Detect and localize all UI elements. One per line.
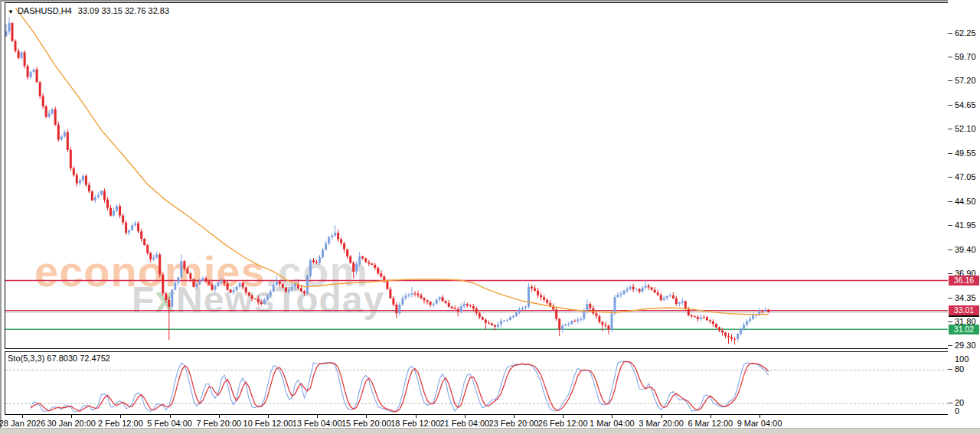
price-tick-label: 49.55 [955,149,976,158]
price-tick [948,345,952,346]
symbol-timeframe-label: DASHUSD,H4 [18,6,72,15]
price-tick-label: 34.35 [955,294,976,302]
price-tick-label: 57.20 [955,77,976,85]
time-tick [268,415,269,418]
time-tick-label: 30 Jan 20:00 [47,419,96,428]
stochastic-chart[interactable] [5,352,948,414]
price-level-badge: 36.16 [949,276,979,286]
time-tick [514,415,514,418]
price-tick [948,57,952,57]
symbol-dropdown-button[interactable]: ▼ [8,8,14,15]
price-tick [948,33,952,34]
price-tick [948,298,952,299]
time-tick-label: 5 Feb 04:00 [147,419,192,428]
time-tick [219,415,220,418]
indicator-tick [948,369,952,370]
price-level-badge: 31.02 [949,325,979,334]
price-tick-label: 52.10 [955,125,976,133]
time-tick-label: 3 Mar 20:00 [639,419,684,428]
time-tick [170,415,171,418]
price-tick-label: 59.70 [955,53,976,61]
price-tick [948,273,952,274]
time-tick-label: 2 Feb 12:00 [98,419,143,428]
time-tick [563,415,564,418]
price-tick [948,153,952,154]
time-tick [760,415,760,418]
time-tick [22,415,23,418]
time-tick-label: 10 Feb 12:00 [243,419,293,428]
price-tick-label: 41.95 [955,221,976,230]
chart-header: ▼DASHUSD,H433.09 33.15 32.76 32.83 [8,6,169,15]
price-axis[interactable]: 62.2559.7057.2054.6552.1049.5547.0544.50… [948,0,980,427]
time-tick-label: 28 Jan 2026 [0,419,45,428]
price-tick [948,177,952,178]
price-tick-label: 44.50 [955,197,976,206]
bear-candles [11,22,770,344]
time-tick-label: 21 Feb 04:00 [439,419,489,428]
time-tick [366,415,367,418]
time-tick-label: 6 Mar 12:00 [688,419,733,428]
indicator-scale-label: 0 [955,407,959,416]
time-tick [662,415,662,418]
indicator-scale-label: 80 [955,365,964,374]
ma-line [15,8,769,315]
time-tick-label: 13 Feb 04:00 [292,419,342,428]
price-tick [948,129,952,129]
indicator-scale-label: 100 [955,355,969,364]
time-tick [710,415,711,418]
time-tick [317,415,318,418]
time-tick-label: 9 Mar 04:00 [737,419,782,428]
main-chart-pane[interactable]: economies.com FxNewsToday ▼DASHUSD,H433.… [5,2,949,349]
indicator-pane[interactable]: Sto(5,3,3) 67.8030 72.4752 [5,351,949,415]
window-left-border [0,0,2,429]
time-tick-label: 15 Feb 20:00 [341,419,391,428]
price-tick-label: 29.30 [955,341,976,350]
price-tick [948,321,952,322]
ohlc-values: 33.09 33.15 32.76 32.83 [78,6,169,15]
bull-candles [5,18,766,342]
time-tick [71,415,72,418]
time-tick-label: 26 Feb 12:00 [538,419,588,428]
price-tick-label: 39.40 [955,246,976,254]
price-tick [948,80,952,81]
window-top-border [0,0,980,2]
time-tick-label: 23 Feb 20:00 [489,419,539,428]
mt4-chart-window: economies.com FxNewsToday ▼DASHUSD,H433.… [0,0,980,434]
stochastic-k-line [31,361,769,413]
price-tick [948,225,952,226]
time-tick [465,415,466,418]
time-axis[interactable]: 28 Jan 202630 Jan 20:002 Feb 12:005 Feb … [0,414,949,429]
price-tick [948,105,952,106]
time-tick-label: 7 Feb 20:00 [196,419,241,428]
price-tick [948,201,952,202]
time-tick-label: 1 Mar 04:00 [590,419,635,428]
candlestick-chart[interactable] [5,3,948,348]
time-tick [416,415,416,418]
price-level-badge: 33.01 [949,305,979,315]
price-tick-label: 47.05 [955,173,976,181]
price-tick-label: 62.25 [955,29,976,38]
price-tick [948,250,952,250]
indicator-tick [948,403,952,403]
price-tick-label: 54.65 [955,101,976,109]
time-tick [120,415,121,418]
time-tick-label: 18 Feb 12:00 [390,419,440,428]
time-tick [612,415,612,418]
indicator-label: Sto(5,3,3) 67.8030 72.4752 [8,354,110,363]
window-bottom-strip [0,428,980,434]
